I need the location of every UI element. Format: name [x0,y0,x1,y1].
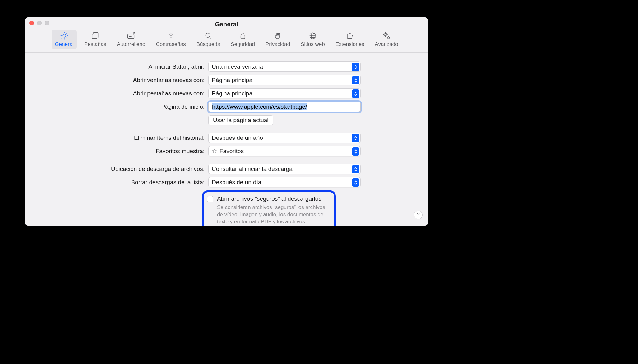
chevron-updown-icon [352,147,359,156]
favorites-label: Favoritos muestra: [37,148,208,155]
favorites-select[interactable]: ☆ Favoritos [208,146,361,156]
tab-privacy[interactable]: Privacidad [262,30,293,49]
tab-label: General [55,41,73,48]
chevron-updown-icon [352,134,359,142]
svg-rect-8 [241,35,245,39]
svg-point-12 [388,37,390,39]
homepage-input[interactable]: https://www.apple.com/es/startpage/ [208,102,361,112]
download-location-select[interactable]: Consultar al iniciar la descarga [208,164,361,174]
new-windows-label: Abrir ventanas nuevas con: [37,77,208,84]
preferences-toolbar: General Pestañas Autorrelleno Contraseña… [25,28,428,53]
help-button[interactable]: ? [414,211,423,219]
open-safe-files-description: Se consideran archivos “seguros” los arc… [207,204,325,226]
clear-downloads-select[interactable]: Después de un día [208,177,361,187]
gear-icon [59,31,69,41]
svg-point-11 [384,34,387,36]
tab-security[interactable]: Seguridad [228,30,258,49]
chevron-updown-icon [352,76,359,84]
globe-icon [308,31,318,41]
tab-tabs[interactable]: Pestañas [81,30,109,49]
select-value: Favoritos [220,148,244,155]
key-icon [166,31,176,41]
open-safe-files-checkbox[interactable] [207,196,213,202]
history-label: Eliminar ítems del historial: [37,134,208,141]
chevron-updown-icon [352,165,359,173]
tab-websites[interactable]: Sitios web [298,30,328,49]
tab-label: Búsqueda [196,41,220,48]
on-launch-label: Al iniciar Safari, abrir: [37,63,208,70]
button-label: Usar la página actual [213,117,269,124]
tab-extensions[interactable]: Extensiones [332,30,368,49]
chevron-updown-icon [352,63,359,71]
select-value: Consultar al iniciar la descarga [212,166,293,172]
tab-label: Seguridad [231,41,255,48]
tab-label: Extensiones [335,41,364,48]
svg-point-4 [130,36,131,37]
preferences-window: General General Pestañas Autorrelleno Co… [25,17,428,226]
svg-point-5 [131,36,132,37]
open-safe-files-label: Abrir archivos “seguros” al descargarlos [217,195,321,202]
select-value: Después de un día [212,179,261,186]
chevron-updown-icon [352,178,359,187]
homepage-value: https://www.apple.com/es/startpage/ [212,103,307,110]
autofill-icon [126,31,136,41]
search-icon [203,31,213,41]
close-window-button[interactable] [29,21,34,25]
star-icon: ☆ [212,148,217,155]
tab-label: Pestañas [84,41,106,48]
tabs-icon [90,31,100,41]
tab-label: Contraseñas [156,41,186,48]
svg-point-3 [129,36,130,37]
tab-advanced[interactable]: Avanzado [372,30,401,49]
window-title: General [25,21,428,28]
clear-downloads-label: Borrar descargas de la lista: [37,179,208,186]
history-select[interactable]: Después de un año [208,133,361,143]
settings-content: Al iniciar Safari, abrir: Una nueva vent… [25,53,428,226]
window-controls [29,21,49,25]
download-location-label: Ubicación de descarga de archivos: [37,166,208,172]
homepage-label: Página de inicio: [37,103,208,110]
tab-autofill[interactable]: Autorrelleno [114,30,149,49]
tab-label: Privacidad [266,41,290,48]
gears-icon [381,31,391,41]
new-windows-select[interactable]: Página principal [208,75,361,85]
svg-point-0 [63,34,66,37]
tab-label: Avanzado [375,41,398,48]
select-value: Página principal [212,77,254,84]
chevron-updown-icon [352,89,359,98]
zoom-window-button[interactable] [45,21,49,25]
on-launch-select[interactable]: Una nueva ventana [208,61,361,72]
svg-point-7 [206,33,210,37]
select-value: Una nueva ventana [212,63,263,70]
new-tabs-label: Abrir pestañas nuevas con: [37,90,208,97]
help-icon: ? [417,212,420,218]
tab-label: Autorrelleno [117,41,146,48]
tab-search[interactable]: Búsqueda [193,30,224,49]
annotation-highlight: Abrir archivos “seguros” al descargarlos… [202,190,336,226]
lock-icon [238,31,248,41]
svg-point-6 [170,33,172,35]
tab-passwords[interactable]: Contraseñas [153,30,189,49]
select-value: Página principal [212,90,254,97]
tab-label: Sitios web [301,41,325,48]
use-current-page-button[interactable]: Usar la página actual [208,115,273,125]
new-tabs-select[interactable]: Página principal [208,88,361,98]
tab-general[interactable]: General [52,30,76,49]
puzzle-icon [345,31,355,41]
select-value: Después de un año [212,134,263,141]
minimize-window-button[interactable] [37,21,42,25]
hand-icon [273,31,283,41]
titlebar: General [25,17,428,28]
svg-rect-1 [92,34,97,39]
